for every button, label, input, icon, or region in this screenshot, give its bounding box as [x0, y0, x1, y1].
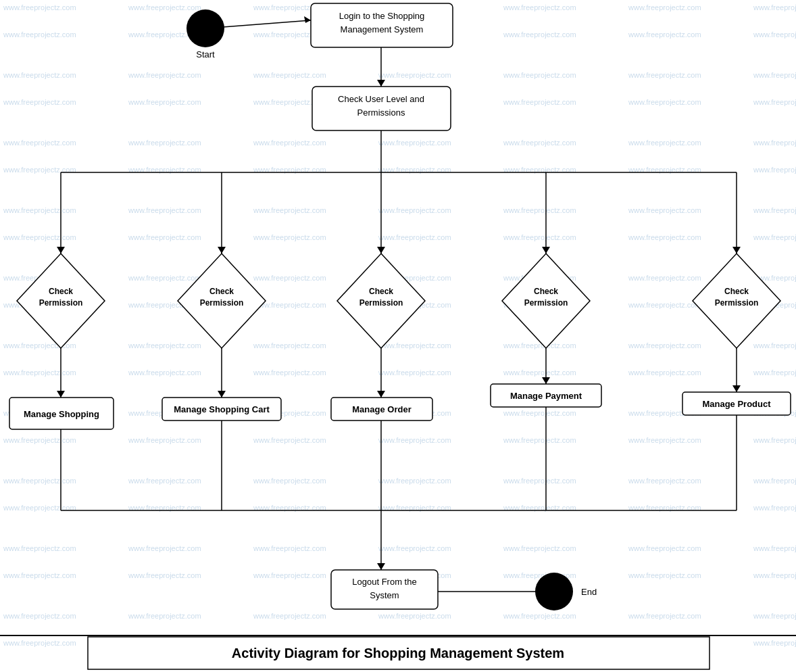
svg-text:Permission: Permission — [200, 298, 244, 308]
svg-text:Check: Check — [369, 287, 393, 296]
svg-text:Permission: Permission — [524, 298, 568, 308]
end-label: End — [581, 587, 597, 597]
svg-text:Check: Check — [534, 287, 558, 296]
end-circle — [535, 573, 573, 610]
svg-text:Permissions: Permissions — [357, 107, 405, 118]
svg-text:Manage Shopping: Manage Shopping — [24, 409, 99, 419]
svg-text:Manage Order: Manage Order — [352, 404, 411, 414]
start-circle — [186, 9, 224, 47]
diagram-title: Activity Diagram for Shopping Management… — [232, 646, 564, 661]
svg-text:Check: Check — [724, 287, 749, 296]
logout-box — [331, 570, 438, 609]
login-text: Login to the Shopping — [339, 11, 425, 21]
start-label: Start — [196, 49, 215, 59]
svg-text:Manage Payment: Manage Payment — [510, 391, 582, 401]
svg-text:Logout From the: Logout From the — [352, 577, 416, 587]
svg-text:Check User Level and: Check User Level and — [338, 94, 424, 104]
svg-text:Management System: Management System — [341, 24, 424, 34]
svg-text:Manage Product: Manage Product — [702, 399, 771, 409]
svg-text:Permission: Permission — [39, 298, 83, 308]
svg-text:Manage Shopping Cart: Manage Shopping Cart — [174, 404, 270, 414]
svg-text:Check: Check — [49, 287, 73, 296]
svg-text:Permission: Permission — [715, 298, 759, 308]
svg-text:Check: Check — [209, 287, 234, 296]
svg-text:System: System — [370, 590, 399, 600]
svg-text:Permission: Permission — [359, 298, 403, 308]
